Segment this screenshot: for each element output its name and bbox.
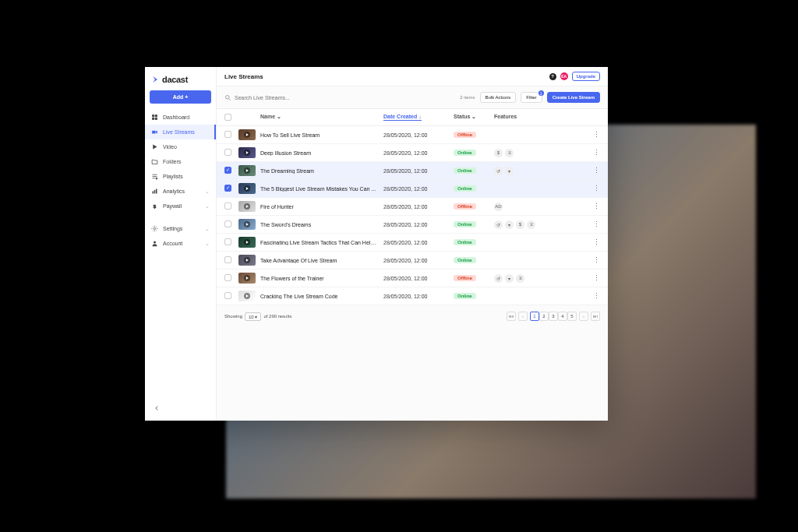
stream-name[interactable]: The Sword's Dreams bbox=[260, 222, 383, 227]
column-date[interactable]: Date Created ↓ bbox=[383, 114, 454, 122]
stream-name[interactable]: Cracking The Live Stream Code bbox=[260, 294, 383, 299]
table-row[interactable]: The Sword's Dreams28/05/2020, 12:00Onlin… bbox=[217, 216, 608, 234]
create-live-stream-button[interactable]: Create Live Stream bbox=[547, 92, 600, 103]
stream-name[interactable]: Deep Illusion Stream bbox=[260, 150, 383, 156]
stream-date: 28/05/2020, 12:00 bbox=[383, 186, 454, 192]
nav-list: Dashboard Live Streams Video Folders Pla… bbox=[145, 110, 216, 251]
table-row[interactable]: The Flowers of the Trainer28/05/2020, 12… bbox=[217, 270, 608, 287]
feature-badge: ⧖ bbox=[527, 220, 535, 229]
stream-name[interactable]: Fire of Hunter bbox=[260, 204, 383, 210]
nav-video[interactable]: Video bbox=[145, 139, 216, 154]
search-box[interactable] bbox=[224, 94, 455, 101]
page-number[interactable]: 3 bbox=[549, 312, 558, 321]
per-page-select[interactable]: 10 ▾ bbox=[245, 312, 261, 321]
feature-badge: $ bbox=[516, 220, 524, 229]
row-checkbox[interactable] bbox=[224, 185, 231, 192]
stream-thumbnail[interactable] bbox=[238, 219, 256, 230]
stream-name[interactable]: The 5 Biggest Live Stream Mistakes You C… bbox=[260, 186, 383, 192]
table-row[interactable]: Cracking The Live Stream Code28/05/2020,… bbox=[217, 287, 608, 305]
filter-button[interactable]: Filter 1 bbox=[521, 92, 542, 103]
row-checkbox[interactable] bbox=[224, 203, 231, 210]
page-first[interactable]: ⏮ bbox=[507, 312, 516, 321]
row-menu-button[interactable]: ⋮ bbox=[593, 185, 600, 192]
row-checkbox[interactable] bbox=[224, 220, 231, 227]
feature-badge: AD bbox=[494, 203, 503, 211]
help-icon[interactable]: ? bbox=[549, 73, 556, 80]
stream-thumbnail[interactable] bbox=[238, 165, 256, 176]
stream-name[interactable]: How To Sell Live Stream bbox=[260, 132, 383, 138]
row-menu-button[interactable]: ⋮ bbox=[593, 149, 600, 157]
page-next[interactable]: › bbox=[579, 312, 588, 321]
table-row[interactable]: The 5 Biggest Live Stream Mistakes You C… bbox=[217, 180, 608, 198]
table-row[interactable]: Fascinating Live Stream Tactics That Can… bbox=[217, 234, 608, 252]
stream-name[interactable]: Fascinating Live Stream Tactics That Can… bbox=[260, 240, 383, 245]
row-menu-button[interactable]: ⋮ bbox=[593, 238, 600, 246]
stream-thumbnail[interactable] bbox=[238, 255, 256, 266]
row-checkbox[interactable] bbox=[224, 167, 231, 174]
column-name[interactable]: Name ⌄ bbox=[260, 114, 383, 122]
nav-live-streams[interactable]: Live Streams bbox=[145, 125, 216, 139]
row-checkbox[interactable] bbox=[224, 274, 231, 281]
nav-analytics[interactable]: Analytics ⌄ bbox=[145, 184, 216, 199]
collapse-sidebar-button[interactable] bbox=[145, 396, 216, 421]
stream-thumbnail[interactable] bbox=[238, 273, 256, 284]
page-last[interactable]: ⏭ bbox=[591, 312, 600, 321]
row-checkbox[interactable] bbox=[224, 131, 231, 138]
stream-name[interactable]: The Dreaming Stream bbox=[260, 168, 383, 174]
table-row[interactable]: Deep Illusion Stream28/05/2020, 12:00Onl… bbox=[217, 144, 608, 162]
row-menu-button[interactable]: ⋮ bbox=[593, 131, 600, 139]
add-button[interactable]: Add + bbox=[150, 90, 211, 104]
row-checkbox[interactable] bbox=[224, 238, 231, 245]
stream-features: ↺▾ bbox=[494, 167, 589, 175]
table-row[interactable]: The Dreaming Stream28/05/2020, 12:00Onli… bbox=[217, 162, 608, 180]
upgrade-button[interactable]: Upgrade bbox=[572, 72, 600, 81]
stream-date: 28/05/2020, 12:00 bbox=[383, 258, 454, 263]
avatar[interactable]: EA bbox=[560, 72, 568, 80]
bulk-actions-button[interactable]: Bulk Actions bbox=[480, 92, 517, 103]
table-row[interactable]: Take Advantage Of Live Stream28/05/2020,… bbox=[217, 252, 608, 270]
select-all-checkbox[interactable] bbox=[224, 114, 231, 121]
stream-thumbnail[interactable] bbox=[238, 129, 256, 140]
row-menu-button[interactable]: ⋮ bbox=[593, 220, 600, 228]
stream-thumbnail[interactable] bbox=[238, 291, 256, 301]
gear-icon bbox=[151, 225, 158, 232]
page-number[interactable]: 4 bbox=[558, 312, 567, 321]
row-menu-button[interactable]: ⋮ bbox=[593, 167, 600, 174]
stream-thumbnail[interactable] bbox=[238, 201, 256, 212]
stream-name[interactable]: Take Advantage Of Live Stream bbox=[260, 258, 383, 263]
row-menu-button[interactable]: ⋮ bbox=[593, 256, 600, 264]
stream-thumbnail[interactable] bbox=[238, 183, 256, 194]
nav-dashboard[interactable]: Dashboard bbox=[145, 110, 216, 125]
nav-label: Folders bbox=[163, 159, 181, 164]
nav-paywall[interactable]: $ Paywall ⌄ bbox=[145, 199, 216, 213]
page-prev[interactable]: ‹ bbox=[518, 312, 528, 321]
row-checkbox[interactable] bbox=[224, 149, 231, 156]
stream-thumbnail[interactable] bbox=[238, 147, 256, 158]
svg-rect-10 bbox=[156, 189, 157, 194]
table-row[interactable]: Fire of Hunter28/05/2020, 12:00OfflineAD… bbox=[217, 198, 608, 216]
sidebar: dacast Add + Dashboard Live Streams Vide… bbox=[145, 67, 217, 421]
row-menu-button[interactable]: ⋮ bbox=[593, 203, 600, 210]
row-menu-button[interactable]: ⋮ bbox=[593, 292, 600, 300]
nav-folders[interactable]: Folders bbox=[145, 154, 216, 169]
nav-label: Dashboard bbox=[163, 115, 189, 120]
row-checkbox[interactable] bbox=[224, 292, 231, 299]
stream-name[interactable]: The Flowers of the Trainer bbox=[260, 276, 383, 281]
feature-badge: ↺ bbox=[494, 220, 503, 229]
nav-account[interactable]: Account ⌄ bbox=[145, 236, 216, 251]
row-menu-button[interactable]: ⋮ bbox=[593, 274, 600, 282]
table-row[interactable]: How To Sell Live Stream28/05/2020, 12:00… bbox=[217, 126, 608, 144]
nav-settings[interactable]: Settings ⌄ bbox=[145, 221, 216, 236]
playlist-icon bbox=[151, 173, 158, 180]
stream-thumbnail[interactable] bbox=[238, 237, 256, 248]
search-input[interactable] bbox=[235, 95, 328, 100]
dollar-icon: $ bbox=[151, 203, 158, 210]
page-number[interactable]: 2 bbox=[539, 312, 549, 321]
page-number[interactable]: 5 bbox=[567, 312, 577, 321]
row-checkbox[interactable] bbox=[224, 256, 231, 263]
chevron-down-icon: ⌄ bbox=[205, 203, 210, 210]
feature-badge: ⧖ bbox=[516, 274, 524, 283]
nav-playlists[interactable]: Playlists bbox=[145, 169, 216, 184]
column-status[interactable]: Status ⌄ bbox=[454, 114, 494, 122]
page-number[interactable]: 1 bbox=[530, 312, 539, 321]
